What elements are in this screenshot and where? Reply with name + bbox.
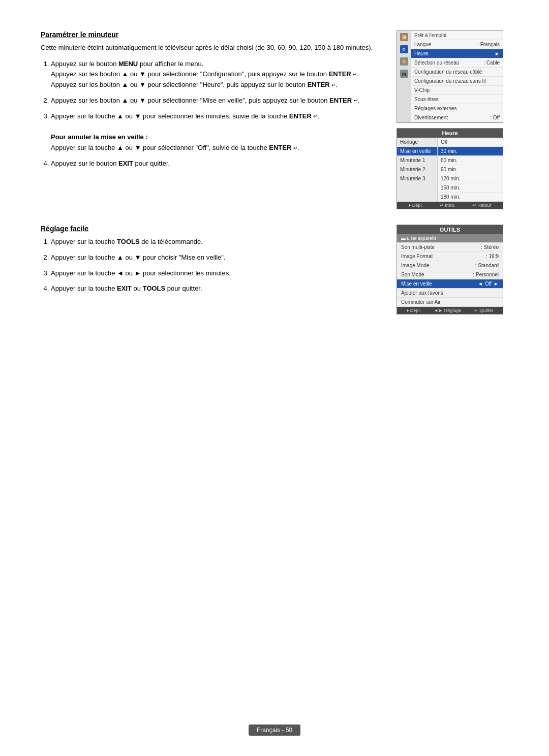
heure-val-30: 30 min.: [438, 147, 503, 156]
step2: Appuyez sur les bouton ▲ ou ▼ pour sélec…: [51, 96, 386, 106]
config-row-cable: Configuration du réseau câblé: [411, 68, 503, 77]
heure-right-col: Off 30 min. 60 min. 90 min. 120 min. 150…: [438, 138, 503, 202]
config-right-rows: Prêt à l'emploi Langue: Français Heure► …: [411, 31, 503, 122]
config-row-reseau: Sélection du réseau: Cable: [411, 58, 503, 68]
outils-liste: ▬ Liste appareils: [397, 234, 503, 243]
outils-image-mode: Image Mode : Standard: [397, 261, 503, 270]
step1-sub2: Appuyez sur les bouton ▲ ou ▼ pour sélec…: [51, 81, 338, 88]
config-row-wifi: Configuration du réseau sans fil: [411, 77, 503, 86]
config-row-sous-titres: Sous-titres: [411, 95, 503, 104]
config-menu: 📶 ⚙ 🎨 📺 Prêt à l'emploi Langue: Français…: [396, 30, 503, 123]
heure-val-120: 120 min.: [438, 174, 503, 183]
outils-favoris: Ajouter aux favoris: [397, 289, 503, 298]
icon-paint: 🎨: [400, 57, 408, 66]
outils-title: OUTILS: [397, 225, 503, 234]
icon-signal: 📶: [400, 33, 408, 41]
outils-son-mode: Son Mode : Personnel: [397, 270, 503, 279]
section2-step3: Appuyer sur la touche ◄ ou ► pour sélect…: [51, 268, 386, 279]
section1-title: Paramétrer le minuteur: [41, 30, 386, 39]
step4-main: Appuyez sur le bouton EXIT pour quitter.: [51, 160, 170, 167]
section1-steps: Appuyez sur le bouton MENU pour afficher…: [41, 59, 386, 169]
heure-footer-intro: ↵ Intro.: [440, 203, 455, 208]
step1-main: Appuyez sur le bouton MENU pour afficher…: [51, 60, 203, 68]
step3: Appuyer sur la touche ▲ ou ▼ pour sélect…: [51, 111, 386, 153]
config-row-heure: Heure►: [411, 49, 503, 58]
outils-footer-reglage: ◄► Réglage: [434, 308, 461, 313]
section1-container: Paramétrer le minuteur Cette minuterie é…: [41, 30, 508, 209]
section2-step4: Appuyer sur la touche EXIT ou TOOLS pour…: [51, 284, 386, 294]
section2-ui: OUTILS ▬ Liste appareils Son multi-piste…: [396, 225, 508, 314]
config-row-pret: Prêt à l'emploi: [411, 31, 503, 40]
config-row-vchip: V-Chip: [411, 86, 503, 95]
section1-intro: Cette minuterie éteint automatiquement l…: [41, 43, 386, 53]
heure-val-off: Off: [438, 138, 503, 147]
heure-row-min3: Minuterie 3: [397, 174, 437, 183]
heure-val-150: 150 min.: [438, 183, 503, 193]
outils-footer-quitter: ↵ Quitter: [474, 308, 494, 313]
outils-son-multi: Son multi-piste : Stéréo: [397, 243, 503, 252]
step1-sub1: Appuyez sur les bouton ▲ ou ▼ pour sélec…: [51, 70, 359, 78]
config-menu-body: 📶 ⚙ 🎨 📺 Prêt à l'emploi Langue: Français…: [397, 31, 503, 122]
step4: Appuyez sur le bouton EXIT pour quitter.: [51, 159, 386, 169]
heure-val-60: 60 min.: [438, 156, 503, 165]
outils-menu: OUTILS ▬ Liste appareils Son multi-piste…: [396, 225, 503, 314]
section2-title: Réglage facile: [41, 225, 386, 233]
heure-row-mise: Mise en veille: [397, 147, 437, 156]
heure-footer-depl: ♦ Dépl.: [409, 203, 423, 208]
heure-footer-retour: ↩ Retour: [472, 203, 492, 208]
step3-subtitle: Pour annuler la mise en veille :: [51, 133, 148, 141]
outils-footer: ♦ Dépl. ◄► Réglage ↵ Quitter: [397, 307, 503, 314]
heure-left-col: Horloge Mise en veille Minuterie 1 Minut…: [397, 138, 438, 202]
outils-image-format: Image Format : 16:9: [397, 252, 503, 261]
section2-step2: Appuyer sur la touche ▲ ou ▼ pour choisi…: [51, 253, 386, 263]
heure-row-min2: Minuterie 2: [397, 165, 437, 174]
heure-menu-title: Heure: [397, 129, 503, 138]
icon-gear: ⚙: [400, 45, 408, 53]
step3-main: Appuyer sur la touche ▲ ou ▼ pour sélect…: [51, 112, 319, 120]
heure-row-min1: Minuterie 1: [397, 156, 437, 165]
heure-menu-body: Horloge Mise en veille Minuterie 1 Minut…: [397, 138, 503, 202]
heure-menu: Heure Horloge Mise en veille Minuterie 1…: [396, 128, 503, 209]
page-content: Paramétrer le minuteur Cette minuterie é…: [0, 0, 549, 360]
icon-screen: 📺: [400, 70, 408, 78]
section2-container: Réglage facile Appuyer sur la touche TOO…: [41, 225, 508, 314]
step1: Appuyez sur le bouton MENU pour afficher…: [51, 59, 386, 90]
step3-sub: Appuyer sur la touche ▲ ou ▼ pour sélect…: [51, 144, 299, 151]
config-row-langue: Langue: Français: [411, 40, 503, 49]
section1-ui: 📶 ⚙ 🎨 📺 Prêt à l'emploi Langue: Français…: [396, 30, 508, 209]
outils-air: Commuter sur Air: [397, 298, 503, 307]
config-left-icons: 📶 ⚙ 🎨 📺: [397, 31, 411, 122]
step2-main: Appuyez sur les bouton ▲ ou ▼ pour sélec…: [51, 97, 359, 104]
section2-text: Réglage facile Appuyer sur la touche TOO…: [41, 225, 386, 314]
heure-row-horloge: Horloge: [397, 138, 437, 147]
section2-step1: Appuyer sur la touche TOOLS de la téléco…: [51, 237, 386, 247]
section2-steps: Appuyer sur la touche TOOLS de la téléco…: [41, 237, 386, 294]
outils-footer-depl: ♦ Dépl.: [407, 308, 421, 313]
heure-val-180: 180 min.: [438, 193, 503, 202]
outils-mise-en-veille: Mise en veille ◄ Off ►: [397, 279, 503, 289]
page-footer: Français - 50: [249, 724, 300, 736]
heure-footer: ♦ Dépl. ↵ Intro. ↩ Retour: [397, 202, 503, 209]
section1-text: Paramétrer le minuteur Cette minuterie é…: [41, 30, 386, 209]
heure-val-90: 90 min.: [438, 165, 503, 174]
config-row-reglages: Réglages externes: [411, 104, 503, 113]
config-row-divertissement: Divertissement: Off: [411, 113, 503, 122]
